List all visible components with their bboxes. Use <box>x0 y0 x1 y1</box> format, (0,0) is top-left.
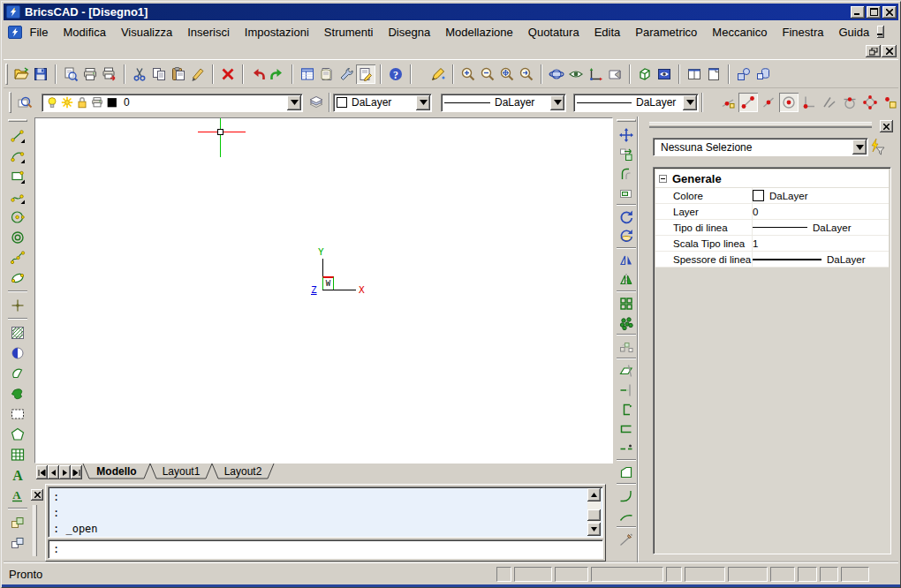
ucs-axes-button[interactable] <box>586 64 605 84</box>
erase-button[interactable] <box>218 64 238 84</box>
fillet-button[interactable] <box>616 486 637 506</box>
selection-combo[interactable]: Nessuna Selezione <box>653 138 868 156</box>
toolbar-grip[interactable] <box>9 92 11 113</box>
menu-edita[interactable]: Edita <box>587 23 628 41</box>
region-button[interactable] <box>7 363 28 383</box>
status-cell[interactable] <box>770 567 795 582</box>
snap-perpendicular-button[interactable] <box>799 93 819 112</box>
mirror-button[interactable] <box>616 251 637 270</box>
polygon-button[interactable] <box>7 424 28 444</box>
undo-button[interactable] <box>248 64 268 84</box>
menu-meccanico[interactable]: Meccanico <box>705 23 775 41</box>
status-cell[interactable] <box>728 567 768 582</box>
tab-layout2[interactable]: Layout2 <box>224 465 262 478</box>
menu-modifica[interactable]: Modifica <box>56 23 113 41</box>
linetype-combo[interactable]: DaLayer <box>441 94 566 112</box>
menu-strumenti[interactable]: Strumenti <box>316 23 381 41</box>
rotate-3d-button[interactable] <box>616 227 637 246</box>
zoom-in-button[interactable] <box>458 64 478 84</box>
minimize-button[interactable] <box>851 6 865 19</box>
drawing-explorer-button[interactable] <box>298 64 317 84</box>
menu-guida[interactable]: Guida <box>831 23 877 41</box>
fields-button[interactable] <box>356 64 375 84</box>
properties-close-button[interactable] <box>880 120 893 132</box>
rotate-button[interactable] <box>616 207 637 227</box>
snap-quadrant-button[interactable] <box>860 93 880 112</box>
point-button[interactable] <box>7 295 28 315</box>
menu-inserisci[interactable]: Inserisci <box>180 23 238 41</box>
break-button[interactable] <box>616 439 637 458</box>
paste-button[interactable] <box>169 64 188 84</box>
lineweight-combo-arrow[interactable] <box>683 95 697 110</box>
help-button[interactable]: ? <box>386 64 405 84</box>
maximize-button[interactable] <box>867 6 881 19</box>
property-row-colore[interactable]: ColoreDaLayer <box>655 188 889 204</box>
command-input[interactable]: : <box>48 539 603 559</box>
open-button[interactable] <box>11 64 31 84</box>
tab-nav-next-button[interactable] <box>59 465 71 479</box>
text-button[interactable]: A <box>7 464 28 485</box>
orbit-button[interactable] <box>547 64 566 84</box>
status-cell[interactable] <box>666 567 682 582</box>
save-button[interactable] <box>31 64 50 84</box>
color-combo-arrow[interactable] <box>416 95 430 110</box>
command-scrollbar[interactable] <box>587 488 602 536</box>
snap-midpoint-button[interactable] <box>759 93 778 112</box>
command-history[interactable]: : : : _open <box>48 486 603 538</box>
cut-button[interactable] <box>130 64 149 84</box>
command-close-button[interactable] <box>31 489 43 501</box>
tab-nav-previous-button[interactable] <box>48 465 59 479</box>
mdi-close-button[interactable] <box>882 45 897 57</box>
scroll-thumb[interactable] <box>587 509 601 521</box>
tab-layout1[interactable]: Layout1 <box>163 465 201 478</box>
snap-endpoint-button[interactable] <box>738 93 758 112</box>
layers-stack-button[interactable] <box>307 93 326 112</box>
tab-modello[interactable]: Modello <box>96 465 136 478</box>
format-painter-button[interactable] <box>188 64 208 84</box>
status-cell[interactable] <box>841 567 869 582</box>
status-cell[interactable] <box>591 567 663 582</box>
gradient-button[interactable] <box>7 343 28 363</box>
print-button[interactable] <box>80 64 100 84</box>
snap-center-button[interactable] <box>779 93 799 112</box>
menu-modellazione[interactable]: Modellazione <box>438 23 521 41</box>
layer-explorer-button[interactable] <box>15 93 34 112</box>
circle-button[interactable] <box>7 207 28 227</box>
offset-button[interactable] <box>616 164 637 184</box>
zoom-out-button[interactable] <box>478 64 497 84</box>
insert-block-button[interactable] <box>7 512 28 532</box>
snap-entity-button[interactable] <box>718 93 738 112</box>
layer-combo-arrow[interactable] <box>287 95 301 110</box>
menu-finestra[interactable]: Finestra <box>775 23 831 41</box>
rectangle-button[interactable] <box>7 166 28 186</box>
status-cell[interactable] <box>798 567 817 582</box>
clip-button[interactable] <box>616 184 637 203</box>
properties-grip[interactable] <box>649 122 872 128</box>
array-3d-button[interactable] <box>616 313 637 333</box>
find-button[interactable] <box>337 64 356 84</box>
menu-parametrico[interactable]: Parametrico <box>628 23 705 41</box>
status-cell[interactable] <box>496 567 511 582</box>
document-icon[interactable] <box>8 26 22 39</box>
zoom-dynamic-button[interactable] <box>497 64 517 84</box>
selection-combo-arrow[interactable] <box>852 139 867 155</box>
color-combo[interactable]: DaLayer <box>333 94 432 112</box>
collapse-icon[interactable] <box>659 175 667 183</box>
hide-button[interactable] <box>635 64 655 84</box>
menu-quotatura[interactable]: Quotatura <box>520 23 587 41</box>
extend-button[interactable] <box>616 381 637 400</box>
linetype-combo-arrow[interactable] <box>550 95 564 110</box>
property-row-layer[interactable]: Layer0 <box>655 204 889 220</box>
mirror-3d-button[interactable] <box>616 270 637 290</box>
status-cell[interactable] <box>820 567 838 582</box>
array-button[interactable] <box>616 294 637 313</box>
scroll-up-button[interactable] <box>587 488 601 501</box>
named-views-button[interactable] <box>605 64 625 84</box>
xref-button[interactable] <box>7 532 28 553</box>
solid-button[interactable] <box>7 383 28 403</box>
stretch-button[interactable] <box>616 419 637 439</box>
tab-nav-first-button[interactable] <box>36 465 48 479</box>
scroll-down-button[interactable] <box>587 523 601 536</box>
zoom-previous-button[interactable] <box>517 64 536 84</box>
copy-entities-button[interactable] <box>734 64 753 84</box>
